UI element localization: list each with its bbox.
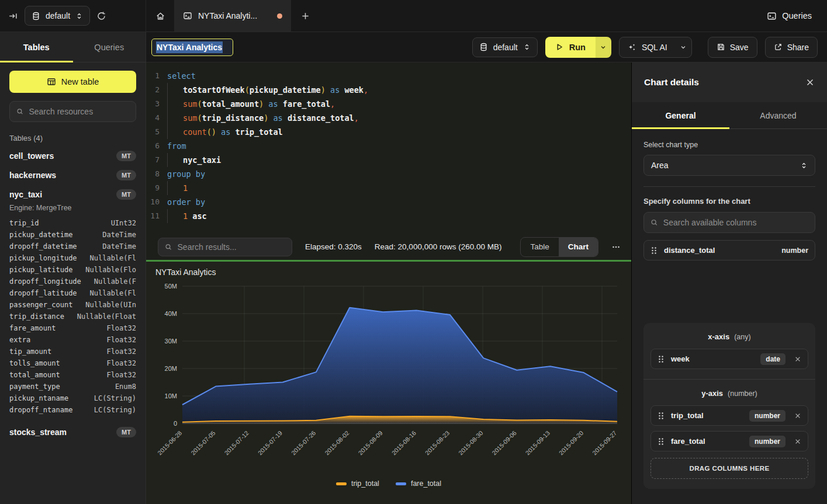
column-name: trip_distance xyxy=(9,312,64,321)
table-column[interactable]: trip_idUInt32 xyxy=(9,217,136,229)
refresh-button[interactable] xyxy=(96,11,106,21)
table-column[interactable]: extraFloat32 xyxy=(9,334,136,346)
code-text: select xyxy=(167,69,196,83)
topbar-left-controls: default xyxy=(0,0,146,32)
column-name: dropoff_ntaname xyxy=(9,406,72,414)
table-name: hackernews xyxy=(9,171,56,180)
legend-item[interactable]: trip_total xyxy=(336,479,379,488)
table-column[interactable]: dropoff_datetimeDateTime xyxy=(9,241,136,252)
code-line[interactable]: 10order by xyxy=(146,195,631,209)
table-column[interactable]: dropoff_ntanameLC(String) xyxy=(9,404,136,416)
toggle-label: Chart xyxy=(568,242,589,251)
resource-search-input[interactable] xyxy=(29,107,129,116)
x-axis-chip-week[interactable]: week date xyxy=(650,349,808,369)
table-row-hackernews[interactable]: hackernews MT xyxy=(9,165,136,185)
tab-nytaxi-analytics[interactable]: NYTaxi Analyti... xyxy=(174,0,291,32)
code-line[interactable]: 91 xyxy=(146,181,631,195)
table-row-nyc-taxi[interactable]: nyc_taxi MT xyxy=(9,185,136,204)
table-row-cell-towers[interactable]: cell_towers MT xyxy=(9,146,136,165)
code-text: sum(trip_distance) as distance_total, xyxy=(167,111,359,125)
table-column[interactable]: dropoff_longitudeNullable(F xyxy=(9,276,136,287)
table-column[interactable]: pickup_datetimeDateTime xyxy=(9,229,136,241)
code-line[interactable]: 6from xyxy=(146,139,631,153)
table-column[interactable]: passenger_countNullable(UIn xyxy=(9,299,136,311)
new-tab-button[interactable] xyxy=(291,0,319,32)
table-column[interactable]: fare_amountFloat32 xyxy=(9,322,136,334)
y-axis-chip-fare-total[interactable]: fare_total number xyxy=(650,431,808,451)
home-tab[interactable] xyxy=(146,0,174,32)
results-search-input[interactable] xyxy=(178,242,285,252)
sidebar-tab-tables[interactable]: Tables xyxy=(0,32,73,62)
sparkles-icon xyxy=(627,43,636,52)
close-icon xyxy=(794,438,801,445)
run-options-button[interactable] xyxy=(596,37,611,58)
save-button[interactable]: Save xyxy=(708,37,757,58)
remove-column-button[interactable] xyxy=(794,356,801,363)
save-label: Save xyxy=(730,43,749,52)
available-column-distance-total[interactable]: distance_total number xyxy=(643,240,815,260)
unsaved-dot xyxy=(277,13,282,19)
table-column[interactable]: total_amountFloat32 xyxy=(9,369,136,381)
remove-column-button[interactable] xyxy=(794,438,801,445)
new-table-button[interactable]: New table xyxy=(9,71,136,93)
code-text: toStartOfWeek(pickup_datetime) as week, xyxy=(167,83,368,97)
tab-general[interactable]: General xyxy=(632,102,729,128)
svg-text:0: 0 xyxy=(174,420,177,427)
more-options-button[interactable] xyxy=(611,242,621,252)
chart-view-toggle[interactable]: Chart xyxy=(559,238,598,256)
code-line[interactable]: 1select xyxy=(146,69,631,83)
drag-handle-icon[interactable] xyxy=(658,437,665,446)
code-line[interactable]: 3sum(total_amount) as fare_total, xyxy=(146,97,631,111)
code-line[interactable]: 5count() as trip_total xyxy=(146,125,631,139)
table-column[interactable]: pickup_latitudeNullable(Flo xyxy=(9,264,136,276)
line-number: 6 xyxy=(146,139,167,153)
sidebar-tab-queries[interactable]: Queries xyxy=(73,32,146,62)
remove-column-button[interactable] xyxy=(794,412,801,419)
table-column[interactable]: pickup_ntanameLC(String) xyxy=(9,392,136,404)
svg-text:2015-07-05: 2015-07-05 xyxy=(189,429,217,457)
column-name: extra xyxy=(9,336,30,344)
code-line[interactable]: 2toStartOfWeek(pickup_datetime) as week, xyxy=(146,83,631,97)
terminal-icon xyxy=(767,11,777,21)
sql-ai-button[interactable]: SQL AI xyxy=(620,37,675,57)
y-axis-chip-trip-total[interactable]: trip_total number xyxy=(650,405,808,426)
table-name: nyc_taxi xyxy=(9,190,42,199)
column-name: total_amount xyxy=(9,371,60,379)
drag-handle-icon[interactable] xyxy=(658,355,665,363)
sql-editor[interactable]: 1select2toStartOfWeek(pickup_datetime) a… xyxy=(146,62,631,234)
chevron-down-icon xyxy=(680,44,687,51)
run-button[interactable]: Run xyxy=(545,37,596,58)
queries-button[interactable]: Queries xyxy=(767,0,827,32)
legend-item[interactable]: fare_total xyxy=(396,479,441,488)
line-number: 11 xyxy=(146,209,167,223)
sql-ai-options-button[interactable] xyxy=(675,37,691,57)
database-select[interactable]: default xyxy=(25,6,90,26)
collapse-sidebar-button[interactable] xyxy=(8,11,18,21)
drag-handle-icon[interactable] xyxy=(658,412,665,420)
drag-columns-drop-zone[interactable]: DRAG COLUMNS HERE xyxy=(650,458,808,479)
table-column[interactable]: tip_amountFloat32 xyxy=(9,346,136,357)
svg-text:10M: 10M xyxy=(165,392,177,399)
tab-label: Advanced xyxy=(760,111,796,120)
table-column[interactable]: payment_typeEnum8 xyxy=(9,381,136,392)
panel-header: Chart details xyxy=(632,62,827,102)
table-column[interactable]: tolls_amountFloat32 xyxy=(9,357,136,369)
table-row-stocks-stream[interactable]: stocks_stream MT xyxy=(9,422,136,442)
code-line[interactable]: 4sum(trip_distance) as distance_total, xyxy=(146,111,631,125)
column-search-input[interactable] xyxy=(663,218,808,227)
close-panel-button[interactable] xyxy=(805,78,815,87)
code-line[interactable]: 111 asc xyxy=(146,209,631,223)
code-line[interactable]: 7nyc_taxi xyxy=(146,153,631,167)
drag-handle-icon[interactable] xyxy=(650,246,658,255)
chart-type-select[interactable]: Area xyxy=(643,155,815,176)
table-column[interactable]: pickup_longitudeNullable(Fl xyxy=(9,252,136,264)
table-column[interactable]: trip_distanceNullable(Float xyxy=(9,311,136,322)
table-view-toggle[interactable]: Table xyxy=(521,238,558,256)
table-column[interactable]: dropoff_latitudeNullable(Fl xyxy=(9,287,136,299)
query-title-input[interactable]: NYTaxi Analytics xyxy=(151,39,233,56)
terminal-icon xyxy=(183,11,192,20)
toolbar-database-select[interactable]: default xyxy=(472,37,538,57)
tab-advanced[interactable]: Advanced xyxy=(729,102,827,128)
share-button[interactable]: Share xyxy=(765,37,818,58)
code-line[interactable]: 8group by xyxy=(146,167,631,181)
